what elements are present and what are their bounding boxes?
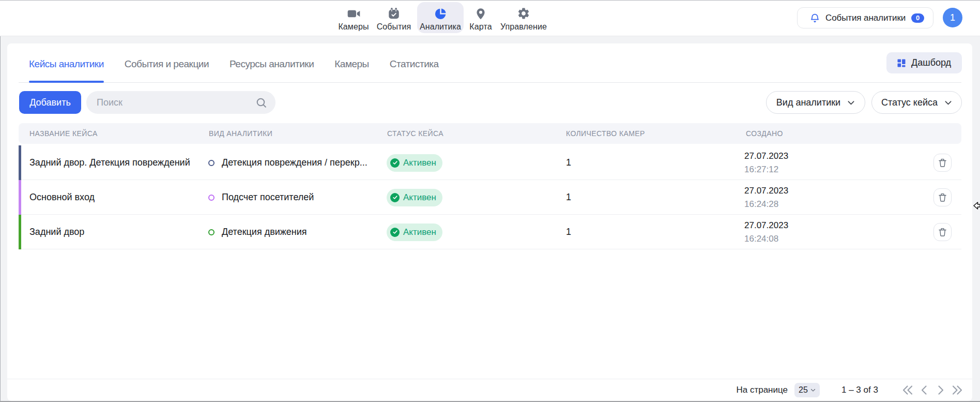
previous-page-icon[interactable] [918,384,930,396]
table-row[interactable]: Задний двор Детекция движения Активен 1 … [19,215,961,249]
per-page-label: На странице [736,379,788,401]
row-accent-bar [19,180,21,215]
table-body: Задний двор. Детекция повреждений Детекц… [19,145,961,249]
created-cell: 27.07.2023 16:27:12 [744,145,788,180]
column-header-analytics-type: ВИД АНАЛИТИКИ [209,123,272,144]
column-header-camera-count: КОЛИЧЕСТВО КАМЕР [566,123,645,144]
delete-button[interactable] [933,223,952,241]
tab-analytics-cases[interactable]: Кейсы аналитики [19,58,114,82]
dashboard-icon [897,59,906,67]
case-name: Задний двор [29,215,84,249]
pagination-bar: На странице 25 1 – 3 of 3 [7,379,972,401]
dashboard-button-label: Дашборд [911,57,951,68]
created-date: 27.07.2023 [744,184,788,198]
pagination-arrows [901,379,963,401]
analytics-type-cell: Подсчет посетителей [208,180,314,215]
next-page-icon[interactable] [935,384,947,396]
dashboard-button[interactable]: Дашборд [886,52,962,73]
column-header-created: СОЗДАНО [746,123,783,144]
case-name: Основной вход [29,180,95,215]
row-accent-bar [19,215,21,249]
window-top-edge [0,0,980,1]
case-status-filter[interactable]: Статус кейса [871,91,962,114]
table-row[interactable]: Задний двор. Детекция повреждений Детекц… [19,145,961,180]
nav-label: Аналитика [420,22,461,32]
camera-count: 1 [566,145,571,180]
delete-button[interactable] [933,154,952,172]
tab-analytics-resources[interactable]: Ресурсы аналитики [219,58,324,82]
search-input[interactable] [86,97,255,108]
delete-button[interactable] [933,188,952,206]
check-icon [390,228,400,237]
nav-label: Управление [500,22,547,32]
analytics-type-icon [208,160,215,166]
created-cell: 27.07.2023 16:24:08 [744,215,788,249]
last-page-icon[interactable] [951,384,963,396]
per-page-value: 25 [799,385,808,395]
status-label: Активен [403,158,436,168]
analytics-type-label: Детекция повреждения / перекр... [222,157,368,168]
first-page-icon[interactable] [901,384,914,396]
analytics-type-cell: Детекция движения [208,215,307,249]
status-label: Активен [403,192,436,203]
created-time: 16:24:08 [744,232,778,246]
top-header: Камеры События Аналитика Карта [0,0,980,36]
search-icon[interactable] [255,96,268,109]
video-camera-icon [347,7,361,21]
nav-item-events[interactable]: События [363,2,425,33]
created-date: 27.07.2023 [744,219,788,232]
nav-item-analytics[interactable]: Аналитика [417,2,464,33]
trash-icon [938,193,947,202]
row-actions [933,145,952,180]
created-time: 16:27:12 [744,163,778,176]
column-header-case-status: СТАТУС КЕЙСА [387,123,443,144]
mouse-cursor [973,200,980,214]
analytics-type-filter[interactable]: Вид аналитики [766,91,865,114]
check-icon [390,158,400,168]
add-button[interactable]: Добавить [19,91,81,114]
table-row[interactable]: Основной вход Подсчет посетителей Активе… [19,180,961,215]
analytics-type-label: Детекция движения [222,227,307,237]
bell-icon [809,12,820,24]
analytics-type-icon [208,195,215,201]
analytics-panel: Кейсы аналитики События и реакции Ресурс… [7,43,972,401]
tab-cameras[interactable]: Камеры [324,58,379,82]
trash-icon [938,158,947,168]
events-button-label: События аналитики [825,13,906,23]
case-status-cell: Активен [387,145,442,180]
status-badge: Активен [387,224,442,241]
window-left-edge [0,36,1,402]
analytics-type-icon [208,229,215,235]
camera-count: 1 [566,215,571,249]
nav-label: Карта [469,22,492,32]
tab-events-reactions[interactable]: События и реакции [114,58,219,82]
table-header: НАЗВАНИЕ КЕЙСА ВИД АНАЛИТИКИ СТАТУС КЕЙС… [19,123,961,144]
analytics-events-button[interactable]: События аналитики 0 [797,7,933,28]
case-status-cell: Активен [387,180,442,215]
map-pin-icon [474,7,487,21]
nav-item-management[interactable]: Управление [493,2,555,33]
analytics-type-cell: Детекция повреждения / перекр... [208,145,368,180]
row-actions [933,215,952,249]
per-page-select[interactable]: 25 [794,383,820,397]
column-header-case-name: НАЗВАНИЕ КЕЙСА [29,123,98,144]
trash-icon [938,228,947,237]
filter-label: Статус кейса [881,97,938,108]
status-badge: Активен [387,154,442,172]
camera-count: 1 [566,180,571,215]
check-icon [390,193,400,202]
tab-bar: Кейсы аналитики События и реакции Ресурс… [19,43,961,83]
chevron-down-icon [944,99,952,107]
status-label: Активен [403,227,436,237]
user-avatar[interactable]: 1 [943,8,962,27]
case-status-cell: Активен [387,215,442,249]
created-cell: 27.07.2023 16:24:28 [744,180,788,215]
tab-statistics[interactable]: Статистика [379,58,449,82]
pagination-range: 1 – 3 of 3 [841,379,878,401]
pie-chart-icon [434,7,447,21]
case-name: Задний двор. Детекция повреждений [29,145,190,180]
created-time: 16:24:28 [744,198,778,211]
chevron-down-icon [810,388,816,393]
gear-icon [517,7,530,21]
created-date: 27.07.2023 [744,150,788,163]
